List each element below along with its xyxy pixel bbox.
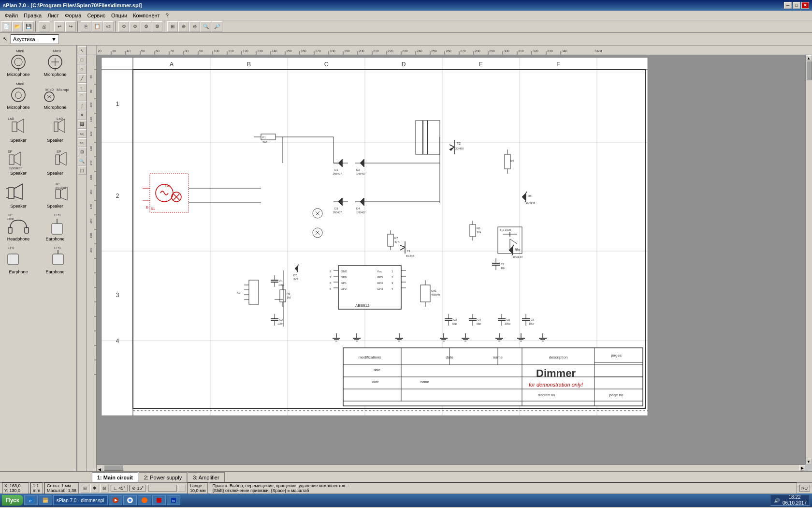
draw-bezier[interactable]: ∫ — [78, 102, 87, 110]
comp-earphone-2[interactable]: EP0 Earphone — [0, 243, 37, 276]
comp-microphone-4[interactable]: Mic0 Microphone Microphone — [37, 78, 73, 111]
paste-button[interactable]: 📋 — [92, 21, 102, 32]
zoom-out[interactable]: ⊖ — [189, 21, 200, 32]
comp-speaker-4[interactable]: SP 8R/120Hz Speaker — [37, 177, 73, 210]
taskbar-splan[interactable]: sPlan 7.0 - dimmer.spl — [53, 495, 108, 505]
comp-earphone-1[interactable]: EP0 Earphone — [37, 210, 73, 243]
scroll-track[interactable] — [806, 61, 812, 459]
comp-speaker-2[interactable]: SP Speaker — [37, 144, 73, 177]
svg-text:100n: 100n — [277, 322, 283, 325]
tab-amplifier[interactable]: 3: Amplifier — [188, 472, 224, 482]
zoom-fit[interactable]: ⊞ — [167, 21, 178, 32]
draw-polyline[interactable]: ┐ — [78, 83, 87, 92]
snap-toggle[interactable]: ✱ — [90, 484, 99, 493]
svg-text:455kHz: 455kHz — [431, 293, 440, 296]
maximize-button[interactable]: □ — [793, 2, 800, 9]
insert-image[interactable]: 🖼 — [78, 120, 87, 129]
schematic-canvas[interactable]: A B C D E F 1 2 3 4 — [97, 55, 805, 464]
draw-text-ab2[interactable]: ab| — [78, 138, 87, 147]
comp-speaker-3[interactable]: Speaker — [0, 177, 37, 210]
category-dropdown[interactable]: Акустика ▼ — [11, 34, 59, 44]
print-button[interactable]: 🖨 — [39, 21, 49, 32]
menu-file[interactable]: Файл — [2, 12, 21, 19]
measure-tool[interactable]: ◫ — [78, 166, 87, 175]
draw-ellipse[interactable]: ○ — [78, 65, 87, 74]
taskbar-media[interactable] — [109, 495, 122, 505]
menu-form[interactable]: Форма — [62, 12, 84, 19]
zoom-custom[interactable]: 🔎 — [212, 21, 222, 32]
zoom-in[interactable]: ⊕ — [178, 21, 189, 32]
menu-edit[interactable]: Правка — [21, 12, 44, 19]
svg-text:SP: SP — [8, 150, 13, 153]
zoom-region[interactable]: 🔍 — [78, 157, 87, 165]
undo-button[interactable]: ↩ — [54, 21, 65, 32]
tool6[interactable]: ⚙ — [130, 21, 140, 32]
taskbar-browser[interactable] — [138, 495, 151, 505]
tool5[interactable]: ⚙ — [118, 21, 129, 32]
draw-rect[interactable]: □ — [78, 56, 87, 64]
taskbar-app1[interactable] — [152, 495, 166, 505]
draw-line[interactable]: ╱ — [78, 74, 87, 83]
menu-help[interactable]: ? — [163, 12, 172, 19]
draw-text-ab1[interactable]: ab| — [78, 129, 87, 138]
menu-service[interactable]: Сервис — [84, 12, 108, 19]
svg-text:80: 80 — [89, 75, 92, 78]
taskbar-chrome[interactable] — [123, 495, 137, 505]
svg-text:D5: D5 — [528, 194, 532, 197]
scroll-down-btn[interactable]: ▼ — [806, 459, 812, 464]
comp-microphone-5[interactable]: Ls0 Speaker — [0, 111, 37, 144]
scroll-thumb[interactable] — [806, 61, 812, 80]
align-toggle[interactable]: ⊠ — [100, 484, 109, 493]
zoom-area[interactable]: 🔍 — [201, 21, 211, 32]
draw-arc[interactable]: ⌒ — [78, 92, 87, 101]
comp-microphone-3[interactable]: Mic0 Microphone — [0, 78, 37, 111]
system-tray: 🔊 18:22 06.10.2017 — [770, 495, 810, 506]
draw-cross[interactable]: ✕ — [78, 111, 87, 120]
x2-button[interactable]: ×2 — [103, 21, 114, 32]
new-button[interactable]: 📄 — [1, 21, 12, 32]
comp-earphone-3[interactable]: EP0 Earphone — [37, 243, 73, 276]
svg-text:190: 190 — [344, 49, 350, 53]
taskbar-app2[interactable]: N — [167, 495, 180, 505]
vertical-scrollbar[interactable]: ▲ ▼ — [805, 55, 812, 464]
start-button[interactable]: Пуск — [2, 495, 23, 506]
tool7[interactable]: ⚙ — [141, 21, 151, 32]
taskbar-explorer[interactable] — [39, 495, 52, 505]
horizontal-scrollbar[interactable]: ◀ ▶ — [97, 464, 805, 471]
comp-microphone-6[interactable]: Ls0 Speaker — [37, 111, 73, 144]
comp-microphone-2[interactable]: Mic0 Microphone — [37, 45, 73, 78]
arrow-tool[interactable]: ↖ — [1, 34, 9, 44]
minimize-button[interactable]: ─ — [784, 2, 792, 9]
redo-button[interactable]: ↪ — [65, 21, 76, 32]
comp-speaker-1[interactable]: SP Speaker Speaker — [0, 144, 37, 177]
svg-text:B: B — [247, 61, 251, 68]
insert-comp[interactable]: ⊞ — [78, 148, 87, 156]
scroll-right-btn[interactable]: ▶ — [799, 465, 805, 471]
svg-text:190: 190 — [89, 233, 92, 238]
svg-text:R7: R7 — [394, 237, 398, 239]
menu-sheet[interactable]: Лист — [44, 12, 62, 19]
open-button[interactable]: 📂 — [12, 21, 23, 32]
headphone-icon: HP >32R — [4, 212, 33, 237]
svg-text:description: description — [549, 355, 568, 359]
taskbar-ie[interactable]: e — [24, 495, 38, 505]
copy-button[interactable]: ⎘ — [81, 21, 91, 32]
scroll-up-btn[interactable]: ▲ — [806, 55, 812, 61]
grid-toggle[interactable]: ⊞ — [81, 484, 89, 493]
tab-main-circuit[interactable]: 1: Main circuit — [92, 472, 138, 482]
svg-text:170: 170 — [89, 204, 92, 209]
scroll-left-btn[interactable]: ◀ — [97, 467, 102, 472]
svg-text:D2: D2 — [356, 168, 360, 171]
menu-component[interactable]: Компонент — [130, 12, 162, 19]
tab-power-supply[interactable]: 2: Power supply — [139, 472, 187, 482]
h-scroll-thumb[interactable] — [104, 465, 123, 471]
select-tool[interactable]: ↖ — [78, 46, 87, 55]
svg-rect-30 — [8, 188, 14, 198]
comp-microphone-1[interactable]: Mic0 Microphone — [0, 45, 37, 78]
close-button[interactable]: ✕ — [801, 2, 809, 9]
menu-options[interactable]: Опции — [108, 12, 130, 19]
svg-text:name: name — [493, 355, 503, 359]
comp-headphone[interactable]: HP >32R Headphone — [0, 210, 37, 243]
save-button[interactable]: 💾 — [23, 21, 34, 32]
tool8[interactable]: ⚙ — [152, 21, 162, 32]
